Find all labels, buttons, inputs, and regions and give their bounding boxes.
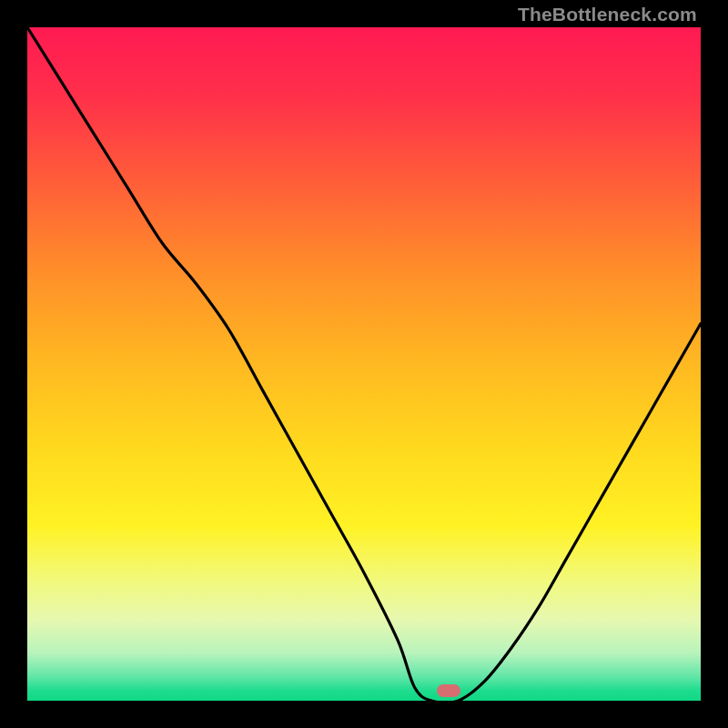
bottleneck-curve (27, 27, 701, 701)
watermark-label: TheBottleneck.com (518, 4, 697, 25)
plot-area (27, 27, 701, 701)
chart-frame: TheBottleneck.com (0, 0, 728, 728)
minimum-marker (437, 684, 460, 697)
